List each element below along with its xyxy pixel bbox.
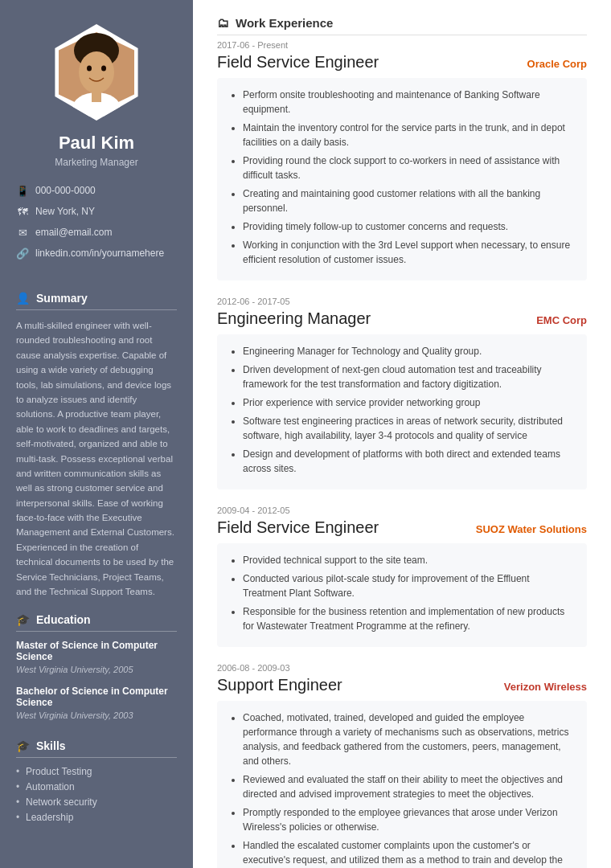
education-item-2: Bachelor of Science in Computer Science … xyxy=(16,686,177,720)
job-3-bullet-1: Provided technical support to the site t… xyxy=(243,553,574,567)
job-2-bullet-3: Prior experience with service provider n… xyxy=(243,395,574,410)
summary-text: A multi-skilled engineer with well-round… xyxy=(16,318,177,599)
education-title: 🎓 Education xyxy=(16,613,177,632)
education-section: 🎓 Education Master of Science in Compute… xyxy=(0,613,193,731)
contact-email: ✉ email@email.com xyxy=(16,226,177,239)
job-1-bullet-6: Working in conjunction with the 3rd Leve… xyxy=(243,238,574,267)
contact-location: 🗺 New York, NY xyxy=(16,205,177,218)
job-1-bullet-2: Maintain the inventory control for the s… xyxy=(243,121,574,149)
contact-list: 📱 000-000-0000 🗺 New York, NY ✉ email@em… xyxy=(0,184,193,268)
job-1-bullet-1: Perform onsite troubleshooting and maint… xyxy=(243,88,574,117)
avatar xyxy=(48,24,145,121)
degree-1: Master of Science in Computer Science xyxy=(16,640,177,662)
job-1-bullet-5: Providing timely follow-up to customer c… xyxy=(243,219,574,234)
job-block-3: 2009-04 - 2012-05 Field Service Engineer… xyxy=(217,506,587,647)
skill-4: Leadership xyxy=(16,812,177,823)
svg-point-4 xyxy=(87,66,92,72)
job-title-4: Support Engineer xyxy=(217,676,342,694)
job-desc-2: Engineering Manager for Technology and Q… xyxy=(217,334,587,489)
work-experience-title: 🗂 Work Experience xyxy=(217,16,587,35)
location-icon: 🗺 xyxy=(16,205,29,218)
company-4: Verizon Wireless xyxy=(504,681,587,693)
summary-title: 👤 Summary xyxy=(16,292,177,310)
job-date-4: 2006-08 - 2009-03 xyxy=(217,663,587,673)
email-icon: ✉ xyxy=(16,226,29,239)
company-3: SUOZ Water Solutions xyxy=(476,523,587,535)
main-content: 🗂 Work Experience 2017-06 - Present Fiel… xyxy=(193,0,611,868)
skills-icon: 🎓 xyxy=(16,739,30,752)
person-job-title: Marketing Manager xyxy=(55,157,137,168)
company-2: EMC Corp xyxy=(536,314,587,326)
job-1-bullet-4: Creating and maintaining good customer r… xyxy=(243,186,574,215)
summary-section: 👤 Summary A multi-skilled engineer with … xyxy=(0,292,193,599)
linkedin-icon: 🔗 xyxy=(16,247,29,260)
contact-phone: 📱 000-000-0000 xyxy=(16,184,177,197)
job-2-bullet-5: Design and development of platforms with… xyxy=(243,447,574,476)
skill-3: Network security xyxy=(16,796,177,808)
phone-icon: 📱 xyxy=(16,184,29,197)
job-4-bullet-1: Coached, motivated, trained, developed a… xyxy=(243,710,574,768)
job-2-bullet-1: Engineering Manager for Technology and Q… xyxy=(243,344,574,358)
job-date-3: 2009-04 - 2012-05 xyxy=(217,506,587,515)
job-3-bullet-2: Conducted various pilot-scale study for … xyxy=(243,571,574,600)
skills-list: Product Testing Automation Network secur… xyxy=(16,766,177,823)
contact-linkedin: 🔗 linkedin.com/in/yournamehere xyxy=(16,247,177,260)
svg-point-3 xyxy=(79,51,114,93)
svg-rect-7 xyxy=(92,89,101,102)
job-desc-4: Coached, motivated, trained, developed a… xyxy=(217,701,587,868)
job-block-2: 2012-06 - 2017-05 Engineering Manager EM… xyxy=(217,297,587,489)
briefcase-icon: 🗂 xyxy=(217,16,229,30)
svg-point-5 xyxy=(101,66,106,72)
job-2-bullet-4: Software test engineering practices in a… xyxy=(243,414,574,443)
education-icon: 🎓 xyxy=(16,613,30,626)
job-4-bullet-3: Promptly responded to the employee griev… xyxy=(243,805,574,834)
job-block-1: 2017-06 - Present Field Service Engineer… xyxy=(217,40,587,280)
job-desc-1: Perform onsite troubleshooting and maint… xyxy=(217,78,587,280)
skills-title: 🎓 Skills xyxy=(16,739,177,758)
job-4-bullet-2: Reviewed and evaluated the staff on thei… xyxy=(243,772,574,801)
job-3-bullet-3: Responsible for the business retention a… xyxy=(243,604,574,633)
job-2-bullet-2: Driven development of next-gen cloud aut… xyxy=(243,362,574,391)
school-1: West Virginia University, 2005 xyxy=(16,665,177,674)
job-title-2: Engineering Manager xyxy=(217,309,371,328)
job-date-2: 2012-06 - 2017-05 xyxy=(217,297,587,306)
job-header-1: Field Service Engineer Oracle Corp xyxy=(217,53,587,72)
skill-2: Automation xyxy=(16,781,177,792)
summary-icon: 👤 xyxy=(16,292,30,305)
job-title-3: Field Service Engineer xyxy=(217,518,379,537)
skills-section: 🎓 Skills Product Testing Automation Netw… xyxy=(0,739,193,827)
job-1-bullet-3: Providing round the clock support to co-… xyxy=(243,154,574,182)
skill-1: Product Testing xyxy=(16,766,177,777)
job-header-3: Field Service Engineer SUOZ Water Soluti… xyxy=(217,518,587,537)
degree-2: Bachelor of Science in Computer Science xyxy=(16,686,177,708)
company-1: Oracle Corp xyxy=(527,58,587,70)
job-desc-3: Provided technical support to the site t… xyxy=(217,543,587,647)
sidebar: Paul Kim Marketing Manager 📱 000-000-000… xyxy=(0,0,193,868)
education-item-1: Master of Science in Computer Science We… xyxy=(16,640,177,674)
job-block-4: 2006-08 - 2009-03 Support Engineer Veriz… xyxy=(217,663,587,868)
school-2: West Virginia University, 2003 xyxy=(16,710,177,720)
person-name: Paul Kim xyxy=(59,133,134,154)
job-header-4: Support Engineer Verizon Wireless xyxy=(217,676,587,694)
job-header-2: Engineering Manager EMC Corp xyxy=(217,309,587,328)
job-date-1: 2017-06 - Present xyxy=(217,40,587,50)
job-4-bullet-4: Handled the escalated customer complaint… xyxy=(243,838,574,868)
job-title-1: Field Service Engineer xyxy=(217,53,379,72)
